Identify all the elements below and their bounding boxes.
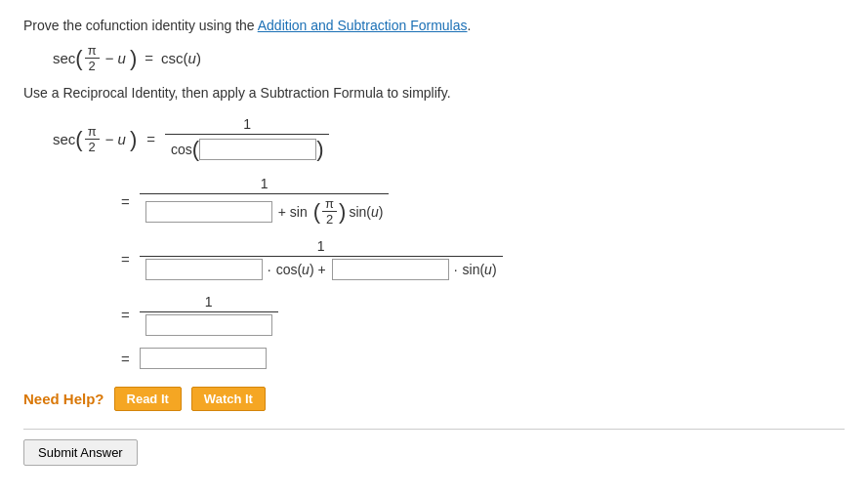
submit-section: Submit Answer	[23, 429, 845, 466]
watch-it-button[interactable]: Watch It	[191, 387, 266, 411]
step-3-block: = 1 · cos(u) + · sin(u)	[121, 236, 845, 282]
need-help-label: Need Help?	[23, 391, 104, 407]
step-5-block: =	[121, 348, 845, 369]
main-equation: sec ( π 2 − u ) = csc(u)	[53, 43, 845, 73]
step-5-row: =	[121, 348, 845, 369]
step4-fraction: 1	[140, 292, 278, 338]
step-1-row: sec ( π 2 − u ) = 1 cos ( )	[53, 114, 845, 164]
step3-input-left[interactable]	[145, 259, 263, 280]
step3-input-right[interactable]	[332, 259, 449, 280]
step3-fraction: 1 · cos(u) + · sin(u)	[140, 236, 503, 282]
read-it-button[interactable]: Read It	[114, 387, 182, 411]
step-2-row: = 1 + sin ( π 2 ) sin(u)	[121, 174, 845, 228]
step2-input[interactable]	[145, 201, 272, 223]
instruction-2: Use a Reciprocal Identity, then apply a …	[23, 85, 845, 101]
step4-input[interactable]	[145, 314, 272, 336]
step-4-row: = 1	[121, 292, 845, 338]
step2-fraction: 1 + sin ( π 2 ) sin(u)	[140, 174, 390, 228]
step5-input[interactable]	[140, 348, 267, 369]
submit-button[interactable]: Submit Answer	[23, 439, 138, 466]
formula-link[interactable]: Addition and Subtraction Formulas	[258, 18, 468, 33]
step-2-block: = 1 + sin ( π 2 ) sin(u)	[121, 174, 845, 228]
step-3-row: = 1 · cos(u) + · sin(u)	[121, 236, 845, 282]
need-help-section: Need Help? Read It Watch It	[23, 387, 845, 411]
step1-fraction: 1 cos ( )	[165, 114, 329, 164]
instruction-1: Prove the cofunction identity using the …	[23, 18, 845, 33]
step-4-block: = 1	[121, 292, 845, 338]
step1-input[interactable]	[199, 139, 316, 160]
